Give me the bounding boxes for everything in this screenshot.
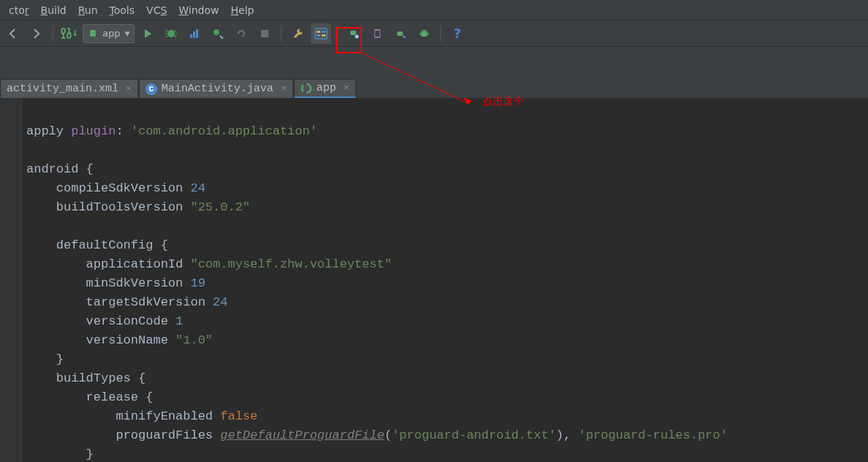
attach-debugger-button[interactable]: [208, 23, 228, 44]
svg-rect-9: [261, 30, 268, 37]
stop-button[interactable]: [254, 23, 275, 44]
editor-tabs: activity_main.xml × C MainActivity.java …: [0, 78, 868, 99]
separator: [337, 26, 338, 42]
android-icon: [88, 29, 98, 39]
wrench-icon[interactable]: [287, 23, 308, 44]
svg-rect-10: [315, 29, 327, 39]
tab-label: activity_main.xml: [7, 83, 118, 95]
sdk-manager-button[interactable]: [390, 23, 411, 44]
svg-rect-23: [420, 32, 421, 35]
separator: [440, 26, 441, 42]
menu-refactor[interactable]: ctor: [3, 2, 35, 18]
tab-app-gradle[interactable]: app ×: [294, 79, 356, 98]
tab-mainactivity[interactable]: C MainActivity.java ×: [139, 79, 293, 98]
sync-gradle-button[interactable]: [311, 23, 331, 44]
debug-button[interactable]: [161, 23, 181, 44]
tab-label: app: [317, 82, 336, 94]
menu-help[interactable]: Help: [225, 2, 260, 18]
android-robot-icon[interactable]: [414, 23, 434, 44]
run-button[interactable]: [137, 23, 158, 44]
svg-point-21: [423, 30, 423, 31]
avd-manager-button[interactable]: [344, 23, 364, 44]
close-icon[interactable]: ×: [344, 83, 350, 94]
menu-tools[interactable]: Tools: [104, 2, 141, 18]
svg-rect-12: [322, 31, 325, 33]
separator: [53, 26, 53, 42]
svg-rect-11: [317, 31, 320, 33]
svg-point-8: [214, 29, 219, 35]
back-button[interactable]: [3, 23, 23, 44]
close-icon[interactable]: ×: [281, 83, 287, 94]
gutter: [0, 99, 22, 462]
svg-rect-6: [193, 31, 195, 38]
tab-label: MainActivity.java: [162, 83, 273, 95]
svg-rect-19: [397, 31, 403, 36]
menu-build[interactable]: Build: [35, 2, 72, 18]
svg-rect-7: [196, 29, 198, 38]
rerun-button[interactable]: [231, 23, 252, 44]
close-icon[interactable]: ×: [126, 83, 132, 94]
profile-button[interactable]: [184, 23, 205, 44]
menu-vcs[interactable]: VCS: [140, 2, 173, 18]
menu-window[interactable]: Window: [173, 2, 224, 18]
tab-activity-main[interactable]: activity_main.xml ×: [0, 79, 138, 98]
forward-button[interactable]: [26, 23, 47, 44]
svg-rect-13: [317, 34, 320, 37]
device-button[interactable]: [367, 23, 388, 44]
svg-rect-15: [350, 31, 356, 35]
help-button[interactable]: ?: [447, 23, 467, 44]
toolbar: 0110↓ app ▼ ?: [0, 20, 868, 47]
menu-run[interactable]: Run: [72, 2, 104, 18]
run-config-label: app: [102, 28, 120, 39]
spacer: [0, 47, 868, 78]
menu-bar: ctor Build Run Tools VCS Window Help: [0, 0, 868, 20]
run-config-select[interactable]: app ▼: [83, 24, 135, 43]
separator: [281, 26, 282, 42]
gradle-icon: [301, 83, 312, 94]
svg-rect-3: [90, 30, 96, 33]
dropdown-icon: ▼: [124, 30, 129, 37]
svg-point-25: [302, 84, 311, 93]
annotation-label: 点击这个: [483, 95, 524, 108]
svg-rect-5: [190, 34, 192, 38]
svg-rect-24: [428, 32, 429, 35]
svg-rect-20: [421, 32, 427, 37]
svg-point-22: [426, 30, 426, 31]
svg-point-4: [167, 30, 175, 37]
java-class-icon: C: [146, 83, 157, 95]
code-content: apply plugin: 'com.android.application' …: [22, 99, 728, 462]
svg-rect-18: [375, 31, 380, 37]
svg-rect-14: [322, 34, 325, 37]
make-project-button[interactable]: 0110↓: [59, 23, 80, 44]
code-editor[interactable]: apply plugin: 'com.android.application' …: [0, 99, 868, 462]
